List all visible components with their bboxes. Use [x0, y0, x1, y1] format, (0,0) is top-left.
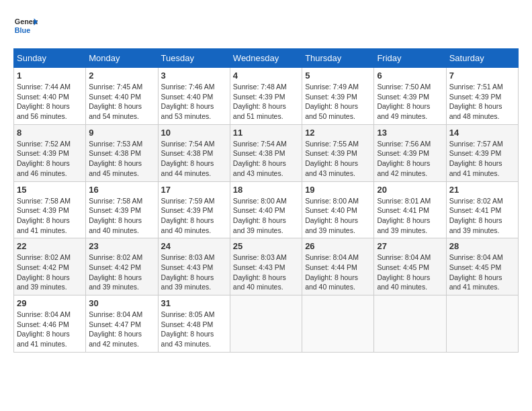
day-info: Sunrise: 7:58 AM Sunset: 4:39 PM Dayligh…	[17, 196, 83, 236]
weekday-header-cell: Wednesday	[230, 49, 302, 68]
calendar-day-cell: 4 Sunrise: 7:48 AM Sunset: 4:39 PM Dayli…	[230, 68, 302, 125]
day-number: 2	[89, 71, 154, 81]
day-info: Sunrise: 7:46 AM Sunset: 4:40 PM Dayligh…	[161, 82, 227, 122]
day-number: 11	[233, 128, 299, 138]
day-number: 26	[305, 241, 371, 251]
day-number: 5	[305, 71, 371, 81]
calendar-day-cell	[302, 295, 374, 353]
day-info: Sunrise: 7:58 AM Sunset: 4:39 PM Dayligh…	[89, 196, 154, 236]
calendar-day-cell: 19 Sunrise: 8:00 AM Sunset: 4:40 PM Dayl…	[302, 181, 374, 238]
calendar-day-cell: 24 Sunrise: 8:03 AM Sunset: 4:43 PM Dayl…	[158, 238, 230, 295]
day-number: 15	[17, 185, 83, 195]
day-number: 6	[377, 71, 443, 81]
day-number: 10	[161, 128, 227, 138]
day-number: 1	[17, 71, 83, 81]
calendar-day-cell	[446, 295, 518, 353]
day-info: Sunrise: 8:00 AM Sunset: 4:40 PM Dayligh…	[233, 196, 299, 236]
calendar-day-cell: 13 Sunrise: 7:56 AM Sunset: 4:39 PM Dayl…	[374, 124, 446, 181]
day-number: 25	[233, 241, 299, 251]
day-info: Sunrise: 7:44 AM Sunset: 4:40 PM Dayligh…	[17, 82, 83, 122]
day-info: Sunrise: 7:50 AM Sunset: 4:39 PM Dayligh…	[377, 82, 443, 122]
calendar-day-cell: 11 Sunrise: 7:54 AM Sunset: 4:38 PM Dayl…	[230, 124, 302, 181]
logo: General Blue	[13, 13, 38, 38]
calendar-day-cell: 15 Sunrise: 7:58 AM Sunset: 4:39 PM Dayl…	[14, 181, 86, 238]
calendar-day-cell: 30 Sunrise: 8:04 AM Sunset: 4:47 PM Dayl…	[86, 295, 158, 353]
calendar-day-cell: 22 Sunrise: 8:02 AM Sunset: 4:42 PM Dayl…	[14, 238, 86, 295]
day-number: 9	[89, 128, 154, 138]
calendar-day-cell: 5 Sunrise: 7:49 AM Sunset: 4:39 PM Dayli…	[302, 68, 374, 125]
weekday-header-cell: Sunday	[14, 49, 86, 68]
calendar-day-cell: 12 Sunrise: 7:55 AM Sunset: 4:39 PM Dayl…	[302, 124, 374, 181]
calendar-day-cell: 6 Sunrise: 7:50 AM Sunset: 4:39 PM Dayli…	[374, 68, 446, 125]
calendar-week-row: 29 Sunrise: 8:04 AM Sunset: 4:46 PM Dayl…	[14, 295, 519, 353]
day-info: Sunrise: 8:04 AM Sunset: 4:45 PM Dayligh…	[377, 253, 443, 292]
day-number: 16	[89, 185, 154, 195]
day-number: 7	[449, 71, 515, 81]
day-number: 27	[377, 241, 443, 251]
calendar-day-cell: 7 Sunrise: 7:51 AM Sunset: 4:39 PM Dayli…	[446, 68, 518, 125]
calendar-day-cell: 28 Sunrise: 8:04 AM Sunset: 4:45 PM Dayl…	[446, 238, 518, 295]
day-number: 18	[233, 185, 299, 195]
day-info: Sunrise: 7:49 AM Sunset: 4:39 PM Dayligh…	[305, 82, 371, 122]
day-info: Sunrise: 7:57 AM Sunset: 4:39 PM Dayligh…	[449, 139, 515, 179]
weekday-header-cell: Monday	[86, 49, 158, 68]
day-info: Sunrise: 8:02 AM Sunset: 4:41 PM Dayligh…	[449, 196, 515, 236]
day-number: 28	[449, 241, 515, 251]
day-info: Sunrise: 7:56 AM Sunset: 4:39 PM Dayligh…	[377, 139, 443, 179]
day-info: Sunrise: 8:03 AM Sunset: 4:43 PM Dayligh…	[233, 253, 299, 292]
calendar-day-cell: 29 Sunrise: 8:04 AM Sunset: 4:46 PM Dayl…	[14, 295, 86, 353]
calendar-day-cell: 31 Sunrise: 8:05 AM Sunset: 4:48 PM Dayl…	[158, 295, 230, 353]
calendar-body: 1 Sunrise: 7:44 AM Sunset: 4:40 PM Dayli…	[14, 68, 519, 353]
day-number: 30	[89, 298, 154, 308]
calendar-week-row: 22 Sunrise: 8:02 AM Sunset: 4:42 PM Dayl…	[14, 238, 519, 295]
day-info: Sunrise: 7:55 AM Sunset: 4:39 PM Dayligh…	[305, 139, 371, 179]
calendar-day-cell: 10 Sunrise: 7:54 AM Sunset: 4:38 PM Dayl…	[158, 124, 230, 181]
weekday-header-cell: Thursday	[302, 49, 374, 68]
day-number: 20	[377, 185, 443, 195]
day-info: Sunrise: 7:54 AM Sunset: 4:38 PM Dayligh…	[161, 139, 227, 179]
day-number: 3	[161, 71, 227, 81]
day-number: 17	[161, 185, 227, 195]
day-number: 4	[233, 71, 299, 81]
calendar-day-cell: 27 Sunrise: 8:04 AM Sunset: 4:45 PM Dayl…	[374, 238, 446, 295]
day-number: 21	[449, 185, 515, 195]
calendar-day-cell	[374, 295, 446, 353]
calendar-day-cell: 8 Sunrise: 7:52 AM Sunset: 4:39 PM Dayli…	[14, 124, 86, 181]
calendar-day-cell: 17 Sunrise: 7:59 AM Sunset: 4:39 PM Dayl…	[158, 181, 230, 238]
page-header: General Blue	[13, 13, 519, 38]
day-info: Sunrise: 8:02 AM Sunset: 4:42 PM Dayligh…	[89, 253, 154, 292]
calendar-week-row: 1 Sunrise: 7:44 AM Sunset: 4:40 PM Dayli…	[14, 68, 519, 125]
day-info: Sunrise: 7:53 AM Sunset: 4:38 PM Dayligh…	[89, 139, 154, 179]
calendar-day-cell: 14 Sunrise: 7:57 AM Sunset: 4:39 PM Dayl…	[446, 124, 518, 181]
logo-icon: General Blue	[13, 13, 38, 38]
calendar-day-cell: 20 Sunrise: 8:01 AM Sunset: 4:41 PM Dayl…	[374, 181, 446, 238]
day-info: Sunrise: 7:48 AM Sunset: 4:39 PM Dayligh…	[233, 82, 299, 122]
day-number: 8	[17, 128, 83, 138]
day-info: Sunrise: 8:04 AM Sunset: 4:45 PM Dayligh…	[449, 253, 515, 292]
day-info: Sunrise: 7:59 AM Sunset: 4:39 PM Dayligh…	[161, 196, 227, 236]
calendar-day-cell: 26 Sunrise: 8:04 AM Sunset: 4:44 PM Dayl…	[302, 238, 374, 295]
weekday-header-cell: Saturday	[446, 49, 518, 68]
calendar-day-cell: 16 Sunrise: 7:58 AM Sunset: 4:39 PM Dayl…	[86, 181, 158, 238]
day-info: Sunrise: 7:51 AM Sunset: 4:39 PM Dayligh…	[449, 82, 515, 122]
svg-text:Blue: Blue	[15, 26, 30, 34]
day-number: 13	[377, 128, 443, 138]
calendar-table: SundayMondayTuesdayWednesdayThursdayFrid…	[13, 48, 519, 353]
day-info: Sunrise: 8:04 AM Sunset: 4:46 PM Dayligh…	[17, 310, 83, 349]
day-number: 19	[305, 185, 371, 195]
day-info: Sunrise: 8:03 AM Sunset: 4:43 PM Dayligh…	[161, 253, 227, 292]
calendar-day-cell: 2 Sunrise: 7:45 AM Sunset: 4:40 PM Dayli…	[86, 68, 158, 125]
day-info: Sunrise: 7:45 AM Sunset: 4:40 PM Dayligh…	[89, 82, 154, 122]
calendar-day-cell: 9 Sunrise: 7:53 AM Sunset: 4:38 PM Dayli…	[86, 124, 158, 181]
day-info: Sunrise: 7:52 AM Sunset: 4:39 PM Dayligh…	[17, 139, 83, 179]
day-info: Sunrise: 7:54 AM Sunset: 4:38 PM Dayligh…	[233, 139, 299, 179]
day-info: Sunrise: 8:02 AM Sunset: 4:42 PM Dayligh…	[17, 253, 83, 292]
calendar-week-row: 8 Sunrise: 7:52 AM Sunset: 4:39 PM Dayli…	[14, 124, 519, 181]
day-info: Sunrise: 8:04 AM Sunset: 4:47 PM Dayligh…	[89, 310, 154, 349]
weekday-header-cell: Friday	[374, 49, 446, 68]
calendar-day-cell: 25 Sunrise: 8:03 AM Sunset: 4:43 PM Dayl…	[230, 238, 302, 295]
day-number: 29	[17, 298, 83, 308]
calendar-day-cell: 1 Sunrise: 7:44 AM Sunset: 4:40 PM Dayli…	[14, 68, 86, 125]
day-info: Sunrise: 8:05 AM Sunset: 4:48 PM Dayligh…	[161, 310, 227, 349]
calendar-day-cell: 21 Sunrise: 8:02 AM Sunset: 4:41 PM Dayl…	[446, 181, 518, 238]
